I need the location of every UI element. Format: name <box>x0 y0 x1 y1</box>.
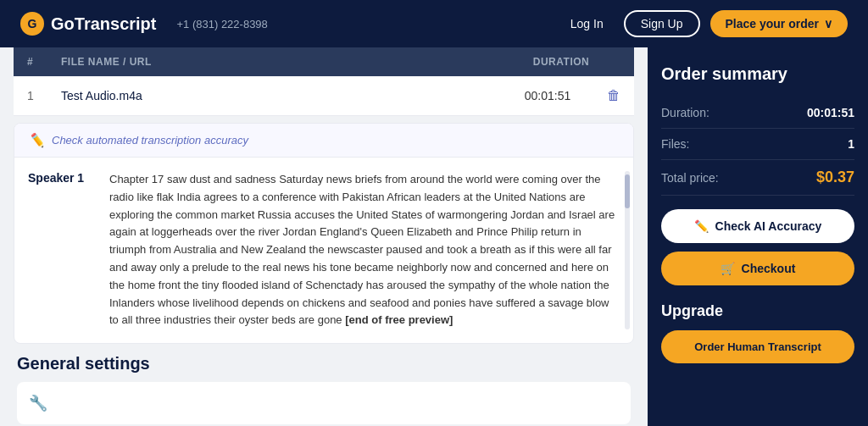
total-label: Total price: <box>661 171 719 185</box>
check-accuracy-icon: ✏️ <box>694 219 709 233</box>
check-ai-accuracy-button[interactable]: ✏️ Check AI Accuracy <box>661 209 854 243</box>
total-price-row: Total price: $0.37 <box>661 160 854 196</box>
col-duration: Duration <box>502 56 620 68</box>
col-num: # <box>27 56 61 68</box>
duration-label: Duration: <box>661 106 709 119</box>
settings-icon: 🔧 <box>29 394 47 412</box>
upgrade-section: Upgrade Order Human Transcript <box>661 302 854 363</box>
chevron-down-icon: ∨ <box>824 17 832 30</box>
files-label: Files: <box>661 137 689 151</box>
checkout-label: Checkout <box>742 262 796 275</box>
delete-file-button[interactable]: 🗑 <box>607 88 620 103</box>
duration-value: 00:01:51 <box>807 106 854 119</box>
order-summary-title: Order summary <box>661 64 854 84</box>
logo: G GoTranscript <box>20 12 156 36</box>
main-content: # File name / URL Duration 1 Test Audio.… <box>0 47 868 426</box>
file-name: Test Audio.m4a <box>61 89 488 102</box>
accuracy-header: ✏️ Check automated transcription accurac… <box>14 124 633 158</box>
duration-row: Duration: 00:01:51 <box>661 97 854 129</box>
header: G GoTranscript +1 (831) 222-8398 Log In … <box>0 0 868 47</box>
files-value: 1 <box>848 137 854 151</box>
accuracy-section: ✏️ Check automated transcription accurac… <box>14 123 634 344</box>
total-value: $0.37 <box>816 169 854 186</box>
check-accuracy-label: Check AI Accuracy <box>715 219 822 233</box>
scroll-indicator[interactable] <box>625 171 630 329</box>
header-left: G GoTranscript +1 (831) 222-8398 <box>20 12 268 36</box>
order-human-transcript-button[interactable]: Order Human Transcript <box>661 330 854 363</box>
col-file: File name / URL <box>61 56 502 68</box>
table-header: # File name / URL Duration <box>14 47 634 76</box>
accuracy-header-text: Check automated transcription accuracy <box>52 134 248 147</box>
phone-number: +1 (831) 222-8398 <box>176 18 267 30</box>
scroll-thumb[interactable] <box>625 174 630 208</box>
login-button[interactable]: Log In <box>560 12 614 36</box>
file-number: 1 <box>27 89 61 102</box>
speaker-label: Speaker 1 <box>28 171 96 329</box>
left-panel: # File name / URL Duration 1 Test Audio.… <box>0 47 648 426</box>
signup-button[interactable]: Sign Up <box>624 10 700 37</box>
files-row: Files: 1 <box>661 129 854 160</box>
checkout-button[interactable]: 🛒 Checkout <box>661 252 854 285</box>
accuracy-icon: ✏️ <box>28 132 45 148</box>
general-settings-title: General settings <box>17 354 631 373</box>
settings-box: 🔧 <box>17 382 631 424</box>
logo-icon: G <box>20 12 44 36</box>
header-right: Log In Sign Up Place your order ∨ <box>560 10 848 37</box>
logo-name: GoTranscript <box>51 14 156 34</box>
accuracy-body: Speaker 1 Chapter 17 saw dust and sadnes… <box>14 158 633 343</box>
place-order-button[interactable]: Place your order ∨ <box>710 10 849 37</box>
file-row: 1 Test Audio.m4a 00:01:51 🗑 <box>14 76 634 116</box>
file-duration: 00:01:51 <box>488 89 607 102</box>
transcript-text: Chapter 17 saw dust and sadness Saturday… <box>109 171 620 329</box>
right-sidebar: Order summary Duration: 00:01:51 Files: … <box>648 47 868 426</box>
general-settings-section: General settings 🔧 <box>14 354 634 424</box>
checkout-icon: 🛒 <box>721 262 735 275</box>
upgrade-title: Upgrade <box>661 302 854 320</box>
